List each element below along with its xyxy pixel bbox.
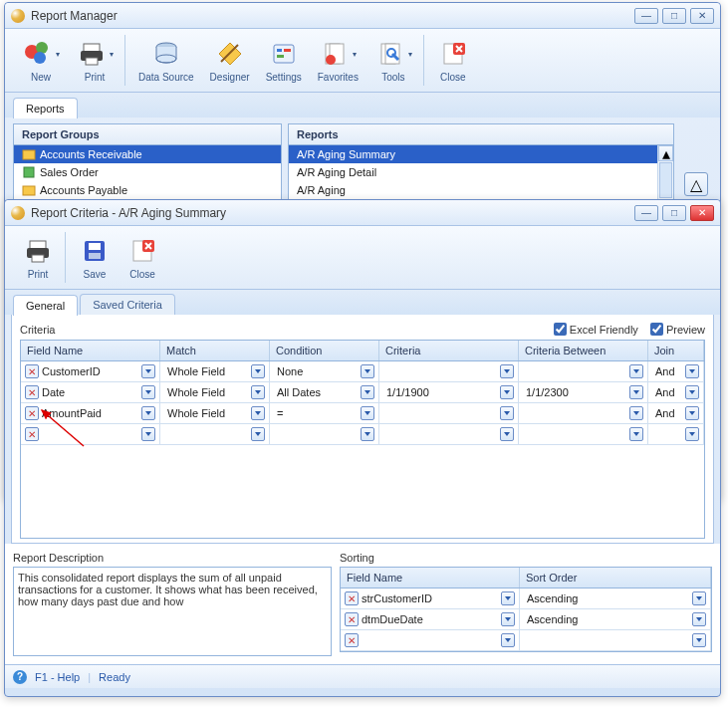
- dropdown-icon[interactable]: [501, 633, 515, 647]
- dropdown-icon[interactable]: [251, 364, 265, 378]
- remove-sort-button[interactable]: ✕: [345, 633, 359, 647]
- report-ar-aging-summary[interactable]: A/R Aging Summary: [289, 145, 657, 163]
- dropdown-icon[interactable]: [629, 364, 643, 378]
- group-accounts-receivable[interactable]: Accounts Receivable: [14, 145, 281, 163]
- field-cell[interactable]: AmountPaid: [39, 407, 141, 419]
- dropdown-icon[interactable]: [361, 406, 374, 420]
- dropdown-icon[interactable]: [251, 427, 265, 441]
- up-button[interactable]: △: [684, 172, 708, 196]
- sort-field-cell[interactable]: dtmDueDate: [359, 613, 501, 625]
- scroll-up-icon[interactable]: ▴: [658, 145, 673, 161]
- col-join: Join: [648, 341, 704, 360]
- remove-row-button[interactable]: ✕: [25, 385, 39, 399]
- close-window-button[interactable]: ✕: [690, 205, 714, 221]
- dropdown-icon[interactable]: [251, 385, 265, 399]
- remove-sort-button[interactable]: ✕: [345, 612, 359, 626]
- new-button[interactable]: ▾ New: [15, 35, 67, 86]
- close-button[interactable]: Close: [120, 232, 165, 283]
- field-cell[interactable]: CustomerID: [39, 365, 141, 377]
- remove-row-button[interactable]: ✕: [25, 406, 39, 420]
- excel-friendly-checkbox[interactable]: Excel Friendly: [554, 323, 638, 336]
- status-text: Ready: [99, 671, 130, 683]
- dropdown-icon[interactable]: [500, 385, 514, 399]
- titlebar: Report Criteria - A/R Aging Summary — □ …: [5, 200, 720, 226]
- minimize-button[interactable]: —: [634, 205, 658, 221]
- dropdown-icon[interactable]: [141, 427, 155, 441]
- favorites-button[interactable]: ▾ Favorites: [311, 35, 365, 86]
- reports-list: A/R Aging Summary A/R Aging Detail A/R A…: [289, 145, 657, 199]
- dropdown-icon[interactable]: [685, 427, 699, 441]
- print-button[interactable]: ▾ Print: [69, 35, 121, 86]
- dropdown-icon[interactable]: [500, 406, 514, 420]
- dropdown-icon[interactable]: [251, 406, 265, 420]
- settings-button[interactable]: Settings: [259, 35, 309, 86]
- sort-order-cell[interactable]: Ascending: [524, 613, 692, 625]
- sort-field-cell[interactable]: strCustomerID: [359, 592, 501, 604]
- between-cell[interactable]: 1/1/2300: [523, 386, 629, 398]
- dropdown-icon[interactable]: [141, 385, 155, 399]
- dropdown-icon[interactable]: [361, 427, 374, 441]
- group-sales-order[interactable]: Sales Order: [14, 163, 281, 181]
- help-icon[interactable]: ?: [13, 670, 27, 684]
- sort-order-cell[interactable]: Ascending: [524, 592, 692, 604]
- svg-point-16: [326, 55, 336, 65]
- tab-general[interactable]: General: [13, 295, 78, 316]
- dropdown-icon[interactable]: [685, 364, 699, 378]
- join-cell[interactable]: And: [652, 386, 685, 398]
- sheet-icon: [22, 166, 36, 178]
- dropdown-icon[interactable]: [692, 633, 706, 647]
- dropdown-icon[interactable]: [692, 591, 706, 605]
- dropdown-icon[interactable]: [685, 406, 699, 420]
- dropdown-icon[interactable]: [500, 364, 514, 378]
- dropdown-icon[interactable]: [692, 612, 706, 626]
- remove-row-button[interactable]: ✕: [25, 427, 39, 441]
- maximize-button[interactable]: □: [662, 205, 686, 221]
- tab-reports[interactable]: Reports: [13, 98, 78, 118]
- minimize-button[interactable]: —: [634, 8, 658, 24]
- description-box: Report Description This consolidated rep…: [13, 552, 332, 656]
- maximize-button[interactable]: □: [662, 8, 686, 24]
- scroll-thumb[interactable]: [659, 162, 672, 198]
- tools-button[interactable]: ▾ Tools: [367, 35, 419, 86]
- close-window-button[interactable]: ✕: [690, 8, 714, 24]
- preview-checkbox[interactable]: Preview: [650, 323, 705, 336]
- dropdown-icon[interactable]: [361, 385, 374, 399]
- sort-row: ✕dtmDueDateAscending: [341, 609, 711, 630]
- condition-cell[interactable]: =: [274, 407, 361, 419]
- designer-button[interactable]: Designer: [203, 35, 257, 86]
- dropdown-icon[interactable]: [500, 427, 514, 441]
- print-button[interactable]: Print: [15, 232, 61, 283]
- remove-row-button[interactable]: ✕: [25, 364, 39, 378]
- data-source-button[interactable]: Data Source: [131, 35, 201, 86]
- match-cell[interactable]: Whole Field: [164, 407, 251, 419]
- dropdown-icon[interactable]: [629, 406, 643, 420]
- criteria-label: Criteria: [20, 324, 55, 336]
- dropdown-icon[interactable]: [361, 364, 374, 378]
- dropdown-icon[interactable]: [685, 385, 699, 399]
- report-ar-aging[interactable]: A/R Aging: [289, 181, 657, 199]
- match-cell[interactable]: Whole Field: [164, 386, 251, 398]
- save-icon: [79, 235, 111, 267]
- dropdown-icon[interactable]: [141, 364, 155, 378]
- report-ar-aging-detail[interactable]: A/R Aging Detail: [289, 163, 657, 181]
- remove-sort-button[interactable]: ✕: [345, 591, 359, 605]
- close-button[interactable]: Close: [430, 35, 476, 86]
- grid-header: Field Name Match Condition Criteria Crit…: [21, 341, 704, 361]
- condition-cell[interactable]: All Dates: [274, 386, 361, 398]
- dropdown-icon[interactable]: [629, 427, 643, 441]
- save-button[interactable]: Save: [72, 232, 118, 283]
- reports-scrollbar[interactable]: ▴: [657, 145, 673, 199]
- dropdown-icon[interactable]: [501, 591, 515, 605]
- dropdown-icon[interactable]: [629, 385, 643, 399]
- field-cell[interactable]: Date: [39, 386, 141, 398]
- criteria-cell[interactable]: 1/1/1900: [383, 386, 500, 398]
- match-cell[interactable]: Whole Field: [164, 365, 251, 377]
- group-accounts-payable[interactable]: Accounts Payable: [14, 181, 281, 199]
- dropdown-icon[interactable]: [141, 406, 155, 420]
- dropdown-icon[interactable]: [501, 612, 515, 626]
- join-cell[interactable]: And: [652, 407, 685, 419]
- tab-saved-criteria[interactable]: Saved Criteria: [80, 294, 175, 315]
- join-cell[interactable]: And: [652, 365, 685, 377]
- svg-rect-3: [84, 44, 100, 52]
- condition-cell[interactable]: None: [274, 365, 361, 377]
